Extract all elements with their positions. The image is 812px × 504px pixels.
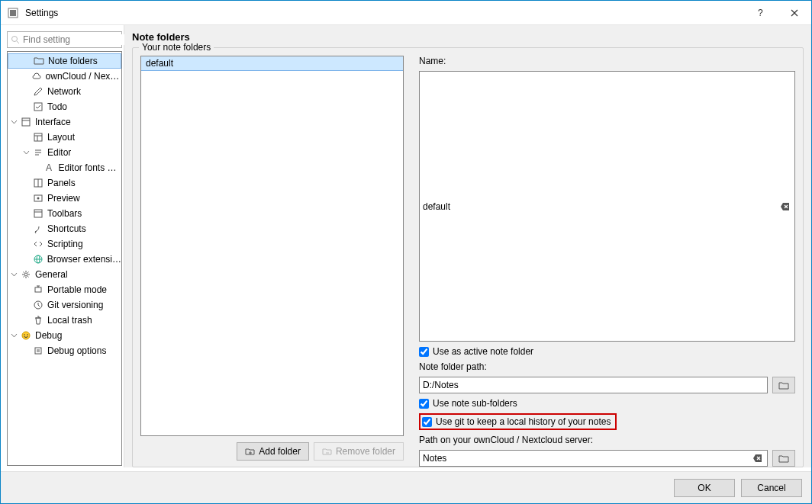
tree-item-label: Note folders — [48, 56, 98, 66]
smile-icon — [20, 330, 32, 341]
editor-icon — [32, 147, 44, 158]
close-button[interactable] — [777, 1, 811, 24]
folder-listbox[interactable]: default — [140, 56, 404, 436]
note-folders-group: Your note folders default Add folder Rem… — [132, 47, 804, 467]
tree-item-editor[interactable]: Editor — [8, 145, 121, 160]
browse-server-path-button[interactable] — [772, 450, 795, 467]
tree-item-layout[interactable]: Layout — [8, 130, 121, 145]
svg-text:?: ? — [758, 8, 763, 18]
tree-item-todo[interactable]: Todo — [8, 99, 121, 114]
tree-item-interface[interactable]: Interface — [8, 114, 121, 130]
help-button[interactable]: ? — [743, 1, 777, 24]
expander-icon[interactable] — [11, 332, 20, 339]
active-folder-label: Use as active note folder — [433, 346, 533, 357]
svg-point-29 — [22, 332, 30, 339]
search-input[interactable] — [23, 34, 137, 45]
settings-panel: Note folders Your note folders default A… — [124, 25, 811, 467]
debug-icon — [32, 345, 44, 356]
clear-name-icon[interactable] — [779, 203, 791, 210]
remove-folder-icon — [322, 447, 333, 456]
ok-button[interactable]: OK — [674, 479, 735, 497]
layout-icon — [32, 132, 44, 143]
tree-item-label: Portable mode — [47, 284, 107, 295]
tree-item-label: Toolbars — [47, 208, 82, 219]
svg-rect-25 — [35, 287, 41, 292]
svg-rect-8 — [34, 133, 42, 141]
tree-item-git[interactable]: Git versioning — [8, 297, 121, 313]
tree-item-note-folders[interactable]: Note folders — [8, 53, 121, 69]
expander-icon[interactable] — [11, 119, 20, 126]
app-icon — [7, 7, 19, 19]
active-folder-checkbox[interactable] — [419, 347, 429, 357]
git-label: Use git to keep a local history of your … — [436, 416, 611, 427]
pencil-icon — [32, 86, 44, 97]
git-checkbox[interactable] — [422, 417, 432, 427]
svg-text:A: A — [46, 162, 52, 173]
expander-icon[interactable] — [23, 149, 32, 156]
gear-icon — [20, 269, 32, 280]
tree-item-browser-ext[interactable]: Browser extension — [8, 252, 121, 267]
portable-icon — [32, 284, 44, 295]
clear-server-path-icon[interactable] — [752, 454, 764, 462]
server-path-input[interactable] — [423, 453, 752, 464]
tree-item-label: Git versioning — [47, 300, 103, 310]
tree-item-shortcuts[interactable]: Shortcuts — [8, 221, 121, 236]
svg-line-4 — [17, 41, 19, 43]
tree-item-scripting[interactable]: Scripting — [8, 236, 121, 252]
browse-path-button[interactable] — [772, 377, 795, 393]
expander-icon[interactable] — [11, 271, 20, 278]
tree-item-label: Browser extension — [47, 254, 121, 265]
svg-rect-1 — [10, 10, 16, 16]
tree-item-label: Todo — [47, 101, 67, 112]
path-label: Note folder path: — [419, 361, 795, 372]
globe-icon — [32, 254, 44, 265]
tree-item-preview[interactable]: Preview — [8, 191, 121, 206]
sidebar: Note foldersownCloud / Nextcl…NetworkTod… — [1, 25, 124, 467]
path-input[interactable] — [423, 380, 764, 390]
svg-point-18 — [37, 197, 40, 200]
svg-rect-6 — [22, 118, 30, 126]
tree-item-general[interactable]: General — [8, 267, 121, 282]
tree-item-debug[interactable]: Debug — [8, 328, 121, 343]
tree-item-network[interactable]: Network — [8, 84, 121, 99]
search-input-wrap[interactable] — [7, 31, 122, 48]
svg-point-3 — [12, 37, 18, 42]
tree-item-toolbars[interactable]: Toolbars — [8, 206, 121, 221]
name-label: Name: — [419, 56, 795, 66]
scripting-icon — [32, 239, 44, 249]
subfolders-checkbox[interactable] — [419, 399, 429, 409]
svg-rect-19 — [34, 210, 42, 217]
tree-item-label: ownCloud / Nextcl… — [46, 71, 121, 82]
font-icon: A — [44, 162, 55, 173]
tree-item-label: Debug options — [47, 345, 106, 356]
clock-icon — [32, 300, 44, 310]
name-input-wrap[interactable] — [419, 71, 795, 342]
group-title: Your note folders — [139, 42, 214, 53]
cancel-button[interactable]: Cancel — [741, 479, 802, 497]
tree-item-label: General — [35, 269, 68, 280]
server-path-input-wrap[interactable] — [419, 450, 768, 467]
path-input-wrap[interactable] — [419, 377, 768, 393]
svg-rect-5 — [34, 103, 42, 111]
tree-item-panels[interactable]: Panels — [8, 175, 121, 191]
tree-item-owncloud[interactable]: ownCloud / Nextcl… — [8, 69, 121, 84]
name-input[interactable] — [423, 201, 779, 212]
tree-item-label: Local trash — [47, 315, 92, 326]
tree-item-label: Editor fonts & … — [58, 162, 121, 173]
check-square-icon — [32, 101, 44, 112]
titlebar: Settings ? — [1, 1, 811, 25]
tree-item-trash[interactable]: Local trash — [8, 313, 121, 328]
svg-point-30 — [24, 334, 25, 335]
tree-item-label: Shortcuts — [47, 223, 86, 234]
svg-point-31 — [27, 334, 28, 335]
folder-list-item[interactable]: default — [141, 56, 403, 71]
tree-item-editor-fonts[interactable]: AEditor fonts & … — [8, 160, 121, 175]
remove-folder-button[interactable]: Remove folder — [314, 442, 404, 461]
add-folder-button[interactable]: Add folder — [237, 442, 309, 461]
settings-tree[interactable]: Note foldersownCloud / Nextcl…NetworkTod… — [7, 51, 122, 466]
tree-item-debug-opts[interactable]: Debug options — [8, 343, 121, 358]
tree-item-portable[interactable]: Portable mode — [8, 282, 121, 297]
subfolders-label: Use note sub-folders — [433, 398, 517, 409]
cloud-icon — [31, 71, 43, 82]
tree-item-label: Editor — [47, 147, 71, 158]
